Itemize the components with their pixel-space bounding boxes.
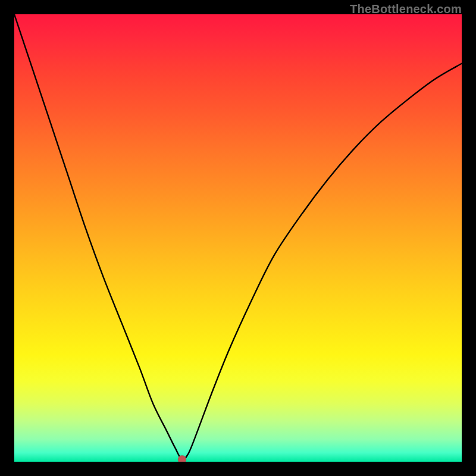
plot-area [14, 14, 462, 462]
curve-path [14, 14, 462, 459]
attribution-label: TheBottleneck.com [350, 2, 462, 16]
bottleneck-curve [14, 14, 462, 462]
chart-container: TheBottleneck.com [0, 0, 476, 476]
